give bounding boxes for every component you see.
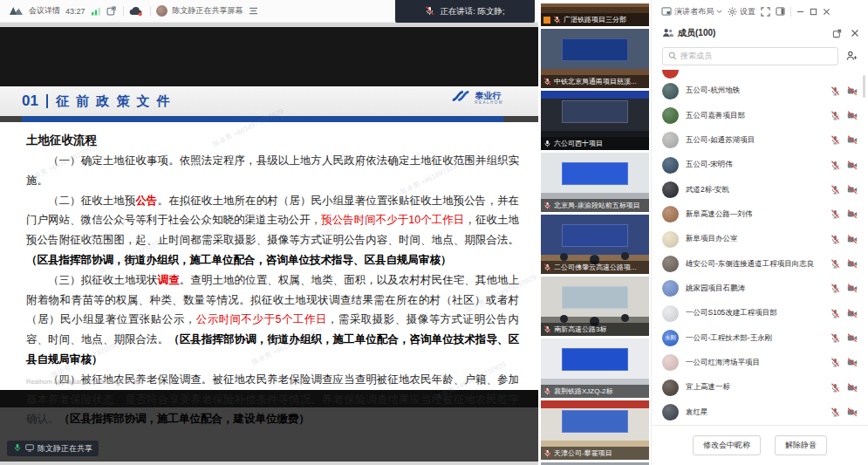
video-thumbnail[interactable]: 二公司佛肇云高速公路项... <box>541 215 649 274</box>
camera-off-icon[interactable] <box>847 135 858 145</box>
member-avatar <box>662 83 679 99</box>
camera-off-icon[interactable] <box>847 407 858 417</box>
member-row[interactable]: 新阜高速公路—刘伟 <box>652 202 868 227</box>
member-avatar <box>662 280 679 297</box>
camera-off-icon[interactable] <box>847 111 858 120</box>
member-name: 新阜高速公路—刘伟 <box>686 209 824 220</box>
camera-off-icon[interactable] <box>847 358 858 367</box>
member-name: 一公司-工程技术部-王永刚 <box>686 333 824 344</box>
member-row[interactable]: 姚家园项目石鹏涛 <box>652 277 868 301</box>
mic-off-icon[interactable] <box>830 86 840 96</box>
fullscreen-icon[interactable] <box>761 7 770 17</box>
layout-switcher-button[interactable]: 演讲者布局 <box>661 6 722 17</box>
member-row[interactable]: 五公司-杭州地铁 <box>652 79 868 103</box>
mic-off-icon[interactable] <box>830 161 840 170</box>
mic-off-icon[interactable] <box>830 284 840 293</box>
camera-off-icon[interactable] <box>847 185 858 195</box>
video-thumbnail[interactable]: 广湛铁路项目三分部 <box>541 3 649 26</box>
member-avatar <box>662 181 679 198</box>
mic-off-icon[interactable] <box>830 135 840 145</box>
member-row[interactable]: 一公司红海湾场平项目 <box>652 351 868 375</box>
member-row[interactable]: 五公司嘉善项目部 <box>652 103 868 127</box>
member-row[interactable]: 一公司S105改建工程项目部 <box>652 301 868 325</box>
open-external-icon[interactable] <box>106 6 116 16</box>
member-name: 五公司-宋明伟 <box>686 160 824 170</box>
mic-off-icon[interactable] <box>830 259 840 269</box>
rename-button[interactable]: 修改会中昵称 <box>693 435 761 455</box>
camera-off-icon[interactable] <box>847 86 858 96</box>
mic-off-icon[interactable] <box>830 235 840 244</box>
list-icon[interactable] <box>249 7 258 15</box>
scrollbar[interactable] <box>863 75 865 98</box>
meeting-timer: 43:27 <box>65 7 85 16</box>
window-controls-bar: 演讲者布局 设置 <box>652 0 868 23</box>
member-avatar <box>662 231 679 248</box>
muted-mic-icon <box>543 387 551 395</box>
video-thumbnail[interactable]: 天津公司-攀霍项目 <box>541 400 649 460</box>
member-row[interactable]: 五公司-宋明伟 <box>652 153 868 177</box>
member-name: 五公司嘉善项目部 <box>686 111 824 121</box>
member-name: 武道2标-安凯 <box>686 185 824 195</box>
muted-mic-icon <box>543 78 551 85</box>
cloud-recording-icon[interactable] <box>129 6 143 17</box>
mic-off-icon[interactable] <box>830 185 840 195</box>
maximize-button[interactable] <box>810 8 817 16</box>
feed-logo <box>543 17 550 24</box>
video-thumbnail[interactable]: 南新高速公路3标 <box>541 277 649 336</box>
members-panel-footer: 修改会中昵称 解除静音 <box>652 425 868 465</box>
mic-off-icon[interactable] <box>830 407 840 417</box>
camera-off-icon[interactable] <box>847 259 858 269</box>
thumbnail-name: 襄荆铁路XJZQ-2标 <box>554 386 613 396</box>
video-thumbnail[interactable]: 中铁北京局通甬项目慈溪... <box>541 29 649 88</box>
add-member-button[interactable] <box>846 51 858 61</box>
section-number: 01 <box>22 92 38 110</box>
member-row[interactable]: 宜上高速一标 <box>652 375 868 400</box>
thumbnail-label: 二公司佛肇云高速公路项... <box>541 261 649 274</box>
member-row[interactable]: 武道2标-安凯 <box>652 177 868 202</box>
thumbnail-label: 北京局-康渝段站前五标项目 <box>541 199 649 212</box>
camera-off-icon[interactable] <box>847 333 858 343</box>
video-thumbnail[interactable]: 六公司西十项目 <box>541 91 649 150</box>
close-window-button[interactable] <box>823 8 830 16</box>
minimize-button[interactable] <box>796 8 804 16</box>
member-name: 雄安公司-东侧连接通道工程项目向志良 <box>686 259 824 270</box>
mic-off-icon[interactable] <box>830 309 840 318</box>
camera-off-icon[interactable] <box>847 209 858 219</box>
gear-icon <box>728 7 737 17</box>
camera-off-icon[interactable] <box>847 284 858 293</box>
mic-off-icon[interactable] <box>830 333 840 343</box>
unmute-button[interactable]: 解除静音 <box>775 435 827 455</box>
sharing-badge: 陈文静正在共享 <box>7 441 99 456</box>
video-thumbnail[interactable]: 北京局-康渝段站前五标项目 <box>541 153 649 212</box>
slide-title-band: 01 征 前 政 策 文 件 泰业行REALHOM <box>0 86 538 116</box>
member-name: 姚家园项目石鹏涛 <box>686 284 824 294</box>
member-row[interactable]: 袁红星 <box>652 400 868 424</box>
member-avatar: 永刚 <box>662 330 679 346</box>
meeting-details-button[interactable]: 会议详情 <box>29 5 60 17</box>
now-speaking-banner: 正在讲话: 陈文静; <box>395 0 535 23</box>
camera-off-icon[interactable] <box>847 161 858 170</box>
members-count-title: 成员(100) <box>678 27 715 39</box>
slide-heading: 土地征收流程 <box>26 130 519 151</box>
settings-button[interactable]: 设置 <box>728 6 755 17</box>
search-input[interactable]: 搜索成员 <box>662 47 838 65</box>
muted-mic-icon <box>553 16 561 24</box>
member-row[interactable]: 新阜项目办公室 <box>652 227 868 251</box>
member-avatar <box>662 256 679 272</box>
member-row[interactable]: 五公司-如通苏湖项目 <box>652 128 868 153</box>
camera-off-icon[interactable] <box>847 309 858 318</box>
chevron-down-icon <box>716 10 722 14</box>
popout-panel-icon[interactable] <box>832 29 842 38</box>
member-row[interactable]: 雄安公司-东侧连接通道工程项目向志良 <box>652 251 868 276</box>
mic-off-icon[interactable] <box>830 209 840 219</box>
video-thumbnail[interactable]: 襄荆铁路XJZQ-2标 <box>541 338 649 398</box>
mic-off-icon[interactable] <box>830 358 840 367</box>
mic-off-icon[interactable] <box>830 111 840 120</box>
camera-off-icon[interactable] <box>847 235 858 244</box>
member-row[interactable]: 永刚一公司-工程技术部-王永刚 <box>652 325 868 350</box>
slide-paragraph: （一）确定土地征收事项。依照法定程序，县级以上地方人民政府依法确定土地征收范围并… <box>26 151 519 191</box>
camera-off-icon[interactable] <box>847 383 858 393</box>
mic-off-icon[interactable] <box>830 383 840 393</box>
side-panel-icon[interactable] <box>776 7 785 16</box>
close-panel-icon[interactable] <box>851 29 859 38</box>
